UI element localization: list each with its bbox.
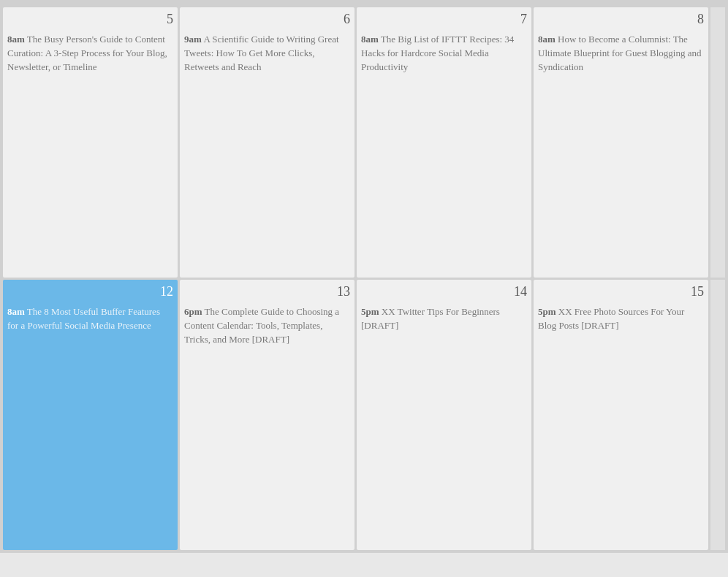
event-time-14: 5pm (361, 306, 379, 317)
event-time-8: 8am (538, 34, 556, 45)
event-time-7: 8am (361, 34, 379, 45)
calendar-cell-6[interactable]: 6 9am A Scientific Guide to Writing Grea… (180, 7, 354, 278)
cell-event-13: 6pm The Complete Guide to Choosing a Con… (184, 305, 350, 347)
calendar-cell-13[interactable]: 13 6pm The Complete Guide to Choosing a … (180, 280, 354, 550)
event-text-6: A Scientific Guide to Writing Great Twee… (184, 34, 339, 72)
event-text-5: The Busy Person's Guide to Content Curat… (7, 34, 167, 72)
calendar-cell-7[interactable]: 7 8am The Big List of IFTTT Recipes: 34 … (357, 7, 531, 278)
cell-date-6: 6 (184, 12, 350, 27)
cell-event-15: 5pm XX Free Photo Sources For Your Blog … (538, 305, 704, 333)
cell-event-7: 8am The Big List of IFTTT Recipes: 34 Ha… (361, 33, 527, 74)
calendar-grid: 5 8am The Busy Person's Guide to Content… (0, 4, 728, 553)
calendar-cell-14[interactable]: 14 5pm XX Twitter Tips For Beginners [DR… (357, 280, 531, 550)
cell-date-7: 7 (361, 12, 527, 27)
cell-date-8: 8 (538, 12, 704, 27)
cell-date-13: 13 (184, 284, 350, 299)
side-stub-row1 (710, 7, 725, 278)
event-time-5: 8am (7, 34, 25, 45)
event-time-15: 5pm (538, 306, 556, 317)
event-text-12: The 8 Most Useful Buffer Features for a … (7, 306, 160, 331)
cell-event-6: 9am A Scientific Guide to Writing Great … (184, 33, 350, 74)
event-text-7: The Big List of IFTTT Recipes: 34 Hacks … (361, 34, 514, 72)
cell-event-12: 8am The 8 Most Useful Buffer Features fo… (7, 305, 173, 333)
event-text-8: How to Become a Columnist: The Ultimate … (538, 34, 702, 72)
event-time-13: 6pm (184, 306, 202, 317)
calendar-cell-15[interactable]: 15 5pm XX Free Photo Sources For Your Bl… (534, 280, 708, 550)
cell-event-8: 8am How to Become a Columnist: The Ultim… (538, 33, 704, 74)
cell-date-5: 5 (7, 12, 173, 27)
cell-event-5: 8am The Busy Person's Guide to Content C… (7, 33, 173, 74)
calendar-cell-8[interactable]: 8 8am How to Become a Columnist: The Ult… (534, 7, 708, 278)
cell-date-15: 15 (538, 284, 704, 299)
event-text-14: XX Twitter Tips For Beginners [DRAFT] (361, 306, 500, 331)
event-time-12: 8am (7, 306, 25, 317)
event-text-15: XX Free Photo Sources For Your Blog Post… (538, 306, 684, 331)
cell-date-14: 14 (361, 284, 527, 299)
event-time-6: 9am (184, 34, 202, 45)
side-stub-row2 (710, 280, 725, 550)
calendar-cell-12[interactable]: 12 8am The 8 Most Useful Buffer Features… (3, 280, 178, 550)
calendar-cell-5[interactable]: 5 8am The Busy Person's Guide to Content… (3, 7, 178, 278)
event-text-13: The Complete Guide to Choosing a Content… (184, 306, 339, 345)
cell-event-14: 5pm XX Twitter Tips For Beginners [DRAFT… (361, 305, 527, 333)
cell-date-12: 12 (7, 284, 173, 299)
